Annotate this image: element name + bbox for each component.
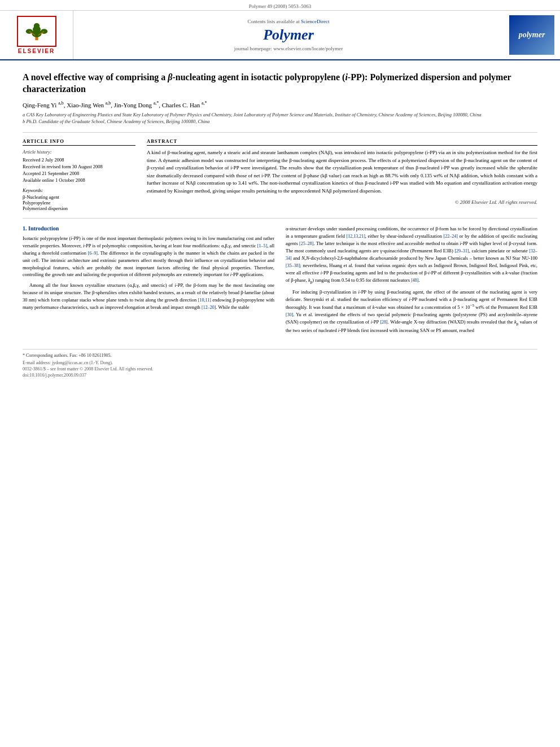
elsevier-logo-section: ELSEVIER bbox=[0, 11, 73, 59]
journal-name: Polymer bbox=[263, 27, 314, 43]
polymer-logo-text: polymer bbox=[519, 30, 545, 40]
affiliation-a: a CAS Key Laboratory of Engineering Plas… bbox=[23, 112, 537, 119]
svg-point-3 bbox=[33, 23, 40, 29]
accepted-date: Accepted 21 September 2008 bbox=[23, 171, 135, 176]
footer-doi: doi:10.1016/j.polymer.2008.09.037 bbox=[23, 373, 537, 378]
elsevier-tree-icon bbox=[23, 21, 51, 41]
ref28: [28] bbox=[380, 320, 387, 325]
ref10-11: [10,11] bbox=[198, 298, 211, 303]
main-content: A novel effective way of comprising a β-… bbox=[0, 60, 560, 390]
abstract-column: Abstract A kind of β-nucleating agent, n… bbox=[147, 138, 537, 211]
elsevier-logo: ELSEVIER bbox=[17, 16, 56, 54]
journal-header: ELSEVIER Contents lists available at Sci… bbox=[0, 11, 560, 60]
available-date: Available online 1 October 2008 bbox=[23, 177, 135, 183]
ref29-31: [29–31] bbox=[454, 248, 469, 254]
polymer-logo: polymer bbox=[509, 15, 554, 55]
author4: Charles C. Han a,* bbox=[162, 102, 207, 108]
body-divider bbox=[23, 218, 537, 219]
ref25-28: [25–28] bbox=[299, 241, 313, 246]
section-title: Introduction bbox=[28, 225, 59, 231]
affiliation-b: b Ph.D. Candidate of the Graduate School… bbox=[23, 119, 537, 125]
journal-homepage: journal homepage: www.elsevier.com/locat… bbox=[234, 46, 343, 51]
journal-reference: Polymer 49 (2008) 5053–5063 bbox=[0, 0, 560, 11]
body-columns: 1. Introduction Isotactic polypropylene … bbox=[23, 225, 537, 338]
intro-text-right: α-structure develops under standard proc… bbox=[286, 225, 537, 334]
footer-issn: 0032-3861/$ – see front matter © 2008 El… bbox=[23, 366, 537, 372]
abstract-text: A kind of β-nucleating agent, namely a s… bbox=[147, 149, 537, 195]
polymer-logo-section: polymer bbox=[504, 11, 560, 59]
page: Polymer 49 (2008) 5053–5063 bbox=[0, 0, 560, 747]
beta-symbol: β bbox=[168, 72, 172, 82]
revised-date: Received in revised form 30 August 2008 bbox=[23, 164, 135, 169]
keywords-label: Keywords: bbox=[23, 187, 135, 193]
ref35-38: [35–38] bbox=[286, 263, 300, 268]
article-info-column: Article Info Article history: Received 2… bbox=[23, 138, 135, 211]
abstract-label: Abstract bbox=[147, 138, 537, 146]
article-title: A novel effective way of comprising a β-… bbox=[23, 72, 537, 95]
affiliations: a CAS Key Laboratory of Engineering Plas… bbox=[23, 112, 537, 125]
article-info-label: Article Info bbox=[23, 138, 135, 146]
ref22-24: [22–24] bbox=[444, 234, 458, 239]
section-heading: 1. Introduction bbox=[23, 225, 274, 231]
title-divider bbox=[23, 132, 537, 133]
footer: * Corresponding authors. Fax: +86 10 826… bbox=[23, 349, 537, 378]
sciencedirect-line: Contents lists available at ScienceDirec… bbox=[248, 19, 330, 24]
keyword2: Polypropylene bbox=[23, 200, 135, 206]
sciencedirect-link[interactable]: ScienceDirect bbox=[301, 19, 329, 24]
section-number: 1. bbox=[23, 225, 27, 231]
info-abstract-section: Article Info Article history: Received 2… bbox=[23, 138, 537, 211]
ref48: [48] bbox=[411, 278, 418, 283]
ref30: [30] bbox=[286, 312, 293, 317]
author1: Qing-Feng Yi a,b, bbox=[23, 102, 67, 108]
right-paragraph1: α-structure develops under standard proc… bbox=[286, 225, 537, 285]
body-left-col: 1. Introduction Isotactic polypropylene … bbox=[23, 225, 274, 338]
ref6-9: [6–9] bbox=[88, 251, 98, 256]
intro-paragraph2: Among all the four known crystalline str… bbox=[23, 282, 274, 311]
elsevier-label: ELSEVIER bbox=[18, 48, 55, 54]
journal-ref-text: Polymer 49 (2008) 5053–5063 bbox=[249, 3, 312, 9]
keyword1: β-Nucleating agent bbox=[23, 194, 135, 200]
footnote-star: * Corresponding authors. Fax: +86 10 826… bbox=[23, 353, 537, 358]
elsevier-logo-box bbox=[17, 16, 56, 47]
sciencedirect-text: Contents lists available at bbox=[248, 19, 300, 24]
keywords-label-text: Keywords: bbox=[23, 187, 43, 193]
author2: Xiao-Jing Wen a,b, bbox=[67, 102, 114, 108]
author3: Jin-Yong Dong a,*, bbox=[114, 102, 162, 108]
received-date: Received 2 July 2008 bbox=[23, 157, 135, 163]
authors-line: Qing-Feng Yi a,b, Xiao-Jing Wen a,b, Jin… bbox=[23, 101, 537, 109]
keyword3: Polymerized dispersion bbox=[23, 206, 135, 211]
ref12-20: [12–20] bbox=[202, 305, 216, 310]
intro-paragraph1: Isotactic polypropylene (i-PP) is one of… bbox=[23, 235, 274, 278]
body-right-col: α-structure develops under standard proc… bbox=[286, 225, 537, 338]
history-label: Article history: bbox=[23, 149, 135, 155]
copyright-notice: © 2008 Elsevier Ltd. All rights reserved… bbox=[147, 199, 537, 205]
right-paragraph2: For inducing β-crystallization in i-PP b… bbox=[286, 289, 537, 334]
ref1-5: [1–5] bbox=[257, 243, 267, 248]
footer-email: E-mail address: jydong@iccas.ac.cn (J.-Y… bbox=[23, 360, 537, 365]
ref12-13-21: [12,13,21] bbox=[347, 234, 365, 239]
journal-header-center: Contents lists available at ScienceDirec… bbox=[73, 11, 504, 59]
intro-text-left: Isotactic polypropylene (i-PP) is one of… bbox=[23, 235, 274, 311]
ref32-34: [32–34] bbox=[286, 248, 537, 261]
